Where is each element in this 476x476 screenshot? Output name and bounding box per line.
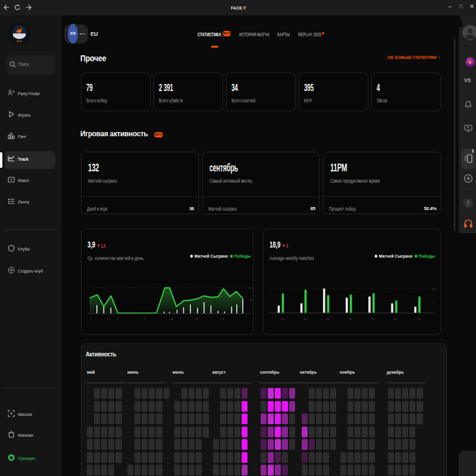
svg-text:1в: 1в: [281, 317, 284, 321]
svg-text:4в: 4в: [349, 317, 352, 321]
svg-text:6в: 6в: [394, 317, 397, 321]
svg-text:5в: 5в: [371, 317, 375, 321]
svg-text:12: 12: [170, 317, 174, 321]
svg-text:20: 20: [221, 317, 225, 321]
svg-text:2в: 2в: [303, 317, 307, 321]
svg-text:8: 8: [143, 317, 145, 321]
svg-text:7в: 7в: [417, 317, 421, 321]
svg-text:15: 15: [433, 287, 436, 291]
svg-text:5: 5: [433, 299, 434, 303]
svg-text:10: 10: [249, 298, 253, 302]
svg-text:0: 0: [90, 317, 92, 321]
svg-text:4: 4: [117, 317, 118, 321]
svg-text:16: 16: [195, 317, 199, 321]
svg-text:3в: 3в: [326, 317, 330, 321]
svg-text:20: 20: [249, 286, 253, 290]
